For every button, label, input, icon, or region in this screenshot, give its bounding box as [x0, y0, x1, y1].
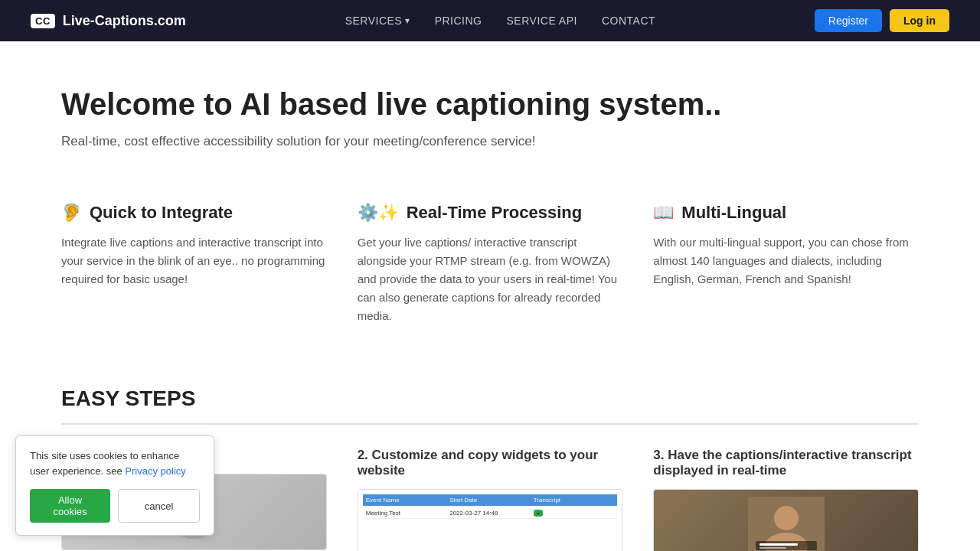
- col-start-date: Start Date: [449, 497, 531, 504]
- feature-multilingual-text: With our multi-lingual support, you can …: [653, 233, 919, 289]
- row-status: ●: [534, 510, 615, 517]
- table-row: Meeting Test 2022-03-27 14:48 ●: [363, 508, 618, 519]
- step-2-title: 2. Customize and copy widgets to your we…: [358, 448, 623, 478]
- svg-rect-7: [760, 547, 786, 549]
- cancel-cookies-button[interactable]: cancel: [118, 489, 200, 523]
- cookie-buttons: Allow cookies cancel: [30, 489, 200, 523]
- feature-integrate-text: Integrate live captions and interactive …: [61, 233, 327, 289]
- step-3-image: [653, 489, 919, 551]
- navbar: CC Live-Captions.com SERVICES PRICING SE…: [0, 0, 980, 41]
- svg-rect-6: [760, 543, 798, 546]
- col-transcript: Transcript: [534, 497, 615, 504]
- register-button[interactable]: Register: [815, 9, 882, 32]
- feature-realtime-text: Get your live captions/ interactive tran…: [358, 233, 623, 325]
- hero-subtitle: Real-time, cost effective accessibility …: [61, 134, 919, 149]
- hero-title: Welcome to AI based live captioning syst…: [61, 87, 919, 122]
- step-3: 3. Have the captions/interactive transcr…: [653, 448, 919, 551]
- step-2: 2. Customize and copy widgets to your we…: [358, 448, 623, 551]
- table-header: Event Name Start Date Transcript: [363, 494, 618, 506]
- step2-table: Event Name Start Date Transcript Meeting…: [358, 490, 622, 551]
- feature-integrate-title: 🦻 Quick to Integrate: [61, 203, 327, 223]
- nav-buttons: Register Log in: [815, 9, 949, 32]
- allow-cookies-button[interactable]: Allow cookies: [30, 489, 110, 523]
- nav-pricing[interactable]: PRICING: [435, 15, 482, 27]
- feature-realtime: ⚙️✨ Real-Time Processing Get your live c…: [358, 203, 623, 325]
- login-button[interactable]: Log in: [890, 9, 949, 32]
- feature-multilingual: 📖 Multi-Lingual With our multi-lingual s…: [653, 203, 919, 325]
- hero-section: Welcome to AI based live captioning syst…: [61, 41, 919, 172]
- multilingual-icon: 📖: [653, 203, 674, 223]
- cookie-banner: This site uses cookies to enhance user e…: [15, 435, 214, 536]
- nav-service-api[interactable]: SERVICE API: [507, 15, 577, 27]
- privacy-policy-link[interactable]: Privacy policy: [125, 465, 185, 477]
- step-3-title: 3. Have the captions/interactive transcr…: [653, 448, 919, 478]
- person-caption-icon: [748, 497, 825, 551]
- section-divider: [61, 423, 919, 425]
- feature-realtime-title: ⚙️✨ Real-Time Processing: [358, 203, 623, 223]
- status-badge: ●: [534, 510, 543, 517]
- svg-point-3: [774, 506, 799, 530]
- logo-badge: CC: [31, 14, 55, 28]
- cookie-message: This site uses cookies to enhance user e…: [30, 448, 200, 478]
- nav-links: SERVICES PRICING SERVICE API CONTACT: [345, 15, 655, 27]
- row-event-name: Meeting Test: [366, 510, 447, 517]
- logo-text: Live-Captions.com: [63, 13, 186, 29]
- feature-multilingual-title: 📖 Multi-Lingual: [653, 203, 919, 223]
- step-2-image: Event Name Start Date Transcript Meeting…: [358, 489, 623, 551]
- features-grid: 🦻 Quick to Integrate Integrate live capt…: [61, 172, 919, 371]
- col-event-name: Event Name: [366, 497, 447, 504]
- nav-services[interactable]: SERVICES: [345, 15, 410, 27]
- easy-steps-title: EASY STEPS: [61, 386, 919, 411]
- site-logo[interactable]: CC Live-Captions.com: [31, 13, 186, 29]
- realtime-icon: ⚙️✨: [358, 203, 399, 223]
- feature-integrate: 🦻 Quick to Integrate Integrate live capt…: [61, 203, 327, 325]
- row-start-date: 2022-03-27 14:48: [449, 510, 531, 517]
- nav-contact[interactable]: CONTACT: [602, 15, 655, 27]
- integrate-icon: 🦻: [61, 203, 82, 223]
